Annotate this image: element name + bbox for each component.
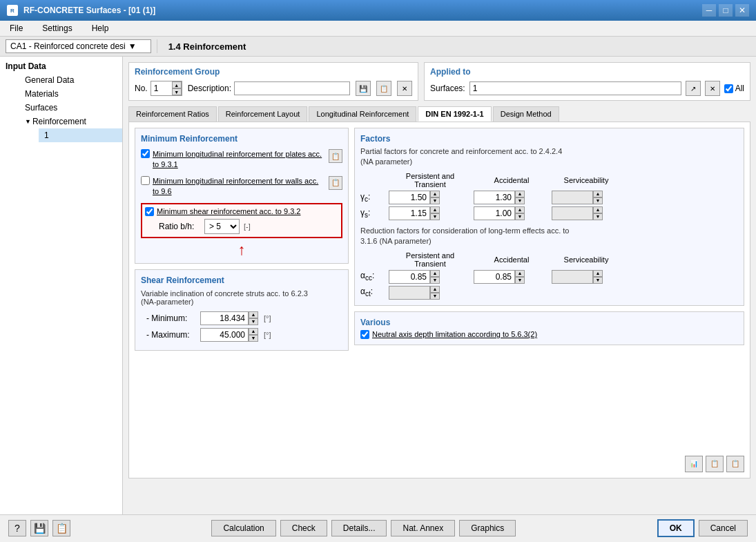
ok-button[interactable]: OK: [657, 519, 695, 537]
alpha-cc-persistent-input[interactable]: [389, 270, 430, 284]
gamma-c-s-down[interactable]: ▼: [593, 197, 603, 204]
shear-reinforcement-section: Shear Reinforcement Variable inclination…: [135, 269, 349, 351]
min-long-plates-info[interactable]: 📋: [329, 149, 342, 163]
maximum-up[interactable]: ▲: [249, 328, 258, 335]
alpha-cc-sls-input[interactable]: [552, 270, 593, 284]
export-icon-btn[interactable]: 📋: [52, 520, 70, 536]
help-icon-btn[interactable]: ?: [8, 520, 26, 536]
min-reinf-title: Minimum Reinforcement: [141, 134, 342, 144]
tab-din-en[interactable]: DIN EN 1992-1-1: [418, 106, 491, 122]
gamma-s-p-up[interactable]: ▲: [430, 206, 440, 213]
gamma-s-sls-input[interactable]: [552, 206, 593, 220]
alpha-cc-p-down[interactable]: ▼: [430, 277, 440, 284]
calculation-button[interactable]: Calculation: [211, 520, 275, 536]
min-long-plates-checkbox[interactable]: [141, 149, 150, 158]
bottom-icon-1[interactable]: 📊: [685, 456, 703, 472]
title-bar: R RF-CONCRETE Surfaces - [01 (1)] ─ □ ✕: [0, 0, 756, 21]
neutral-axis-checkbox[interactable]: [360, 330, 369, 339]
gamma-s-persistent-input[interactable]: [389, 206, 430, 220]
gamma-c-a-up[interactable]: ▲: [515, 191, 525, 197]
maximum-spinbox: ▲ ▼: [200, 328, 258, 342]
min-shear-label: Minimum shear reinforcement acc. to 9.3.…: [157, 207, 300, 215]
alpha-ct-p-down[interactable]: ▼: [430, 293, 440, 300]
save-btn[interactable]: 💾: [356, 81, 371, 96]
graphics-button[interactable]: Graphics: [459, 520, 516, 536]
menu-file[interactable]: File: [6, 22, 27, 35]
gamma-s-accidental-input[interactable]: [474, 206, 515, 220]
alpha-ct-p-up[interactable]: ▲: [430, 286, 440, 293]
case-dropdown[interactable]: CA1 - Reinforced concrete desi ▼: [6, 39, 151, 53]
gamma-c-s-up[interactable]: ▲: [593, 191, 603, 197]
copy-btn[interactable]: 📋: [376, 81, 391, 96]
alpha-cc-a-up[interactable]: ▲: [515, 270, 525, 277]
panel-title: 1.4 Reinforcement: [168, 41, 246, 52]
save-icon-btn[interactable]: 💾: [30, 520, 48, 536]
gamma-c-p-up[interactable]: ▲: [430, 191, 440, 197]
menu-help[interactable]: Help: [88, 22, 113, 35]
cancel-button[interactable]: Cancel: [699, 520, 748, 536]
no-down[interactable]: ▼: [172, 88, 182, 95]
maximum-unit: [°]: [264, 331, 271, 339]
minimum-down[interactable]: ▼: [249, 318, 258, 325]
expand-icon: ▼: [25, 118, 31, 125]
gamma-s-p-down[interactable]: ▼: [430, 213, 440, 220]
close-button[interactable]: ✕: [735, 4, 749, 17]
check-button[interactable]: Check: [280, 520, 327, 536]
alpha-cc-a-down[interactable]: ▼: [515, 277, 525, 284]
gamma-c-persistent-input[interactable]: [389, 191, 430, 204]
gamma-c-accidental-input[interactable]: [474, 191, 515, 204]
app-icon: R: [7, 5, 18, 16]
ratio-select[interactable]: > 5 <= 5: [204, 219, 240, 234]
gamma-s-s-down[interactable]: ▼: [593, 213, 603, 220]
alpha-cc-label: αcc:: [360, 271, 387, 282]
tab-longitudinal-reinforcement[interactable]: Longitudinal Reinforcement: [309, 106, 416, 122]
minimum-up[interactable]: ▲: [249, 311, 258, 318]
surfaces-label: Surfaces:: [430, 84, 465, 93]
gamma-s-s-up[interactable]: ▲: [593, 206, 603, 213]
min-long-walls-checkbox[interactable]: [141, 176, 150, 185]
bottom-icon-3[interactable]: 📋: [726, 456, 744, 472]
surfaces-input[interactable]: [469, 81, 681, 95]
alpha-cc-p-up[interactable]: ▲: [430, 270, 440, 277]
tab-design-method[interactable]: Design Method: [493, 106, 559, 122]
minimize-button[interactable]: ─: [702, 4, 716, 17]
details-button[interactable]: Details...: [331, 520, 387, 536]
min-shear-checkbox[interactable]: [145, 207, 154, 216]
all-checkbox[interactable]: [724, 84, 733, 93]
maximum-down[interactable]: ▼: [249, 335, 258, 342]
alpha-ct-persistent-input[interactable]: [389, 286, 430, 300]
maximize-button[interactable]: □: [719, 4, 733, 17]
sidebar-materials[interactable]: Materials: [11, 87, 122, 101]
no-up[interactable]: ▲: [172, 81, 182, 88]
sidebar-reinforcement[interactable]: Reinforcement: [32, 115, 92, 128]
gamma-c-p-down[interactable]: ▼: [430, 197, 440, 204]
gamma-c-sls-input[interactable]: [552, 191, 593, 204]
delete-btn[interactable]: ✕: [397, 81, 412, 96]
bottom-icon-2[interactable]: 📋: [706, 456, 724, 472]
sidebar-reinf-1[interactable]: 1: [39, 128, 122, 142]
sidebar-input-data[interactable]: Input Data: [0, 59, 122, 73]
minimum-input[interactable]: [200, 311, 249, 325]
tab-reinforcement-layout[interactable]: Reinforcement Layout: [218, 106, 308, 122]
tab-reinforcement-ratios[interactable]: Reinforcement Ratios: [128, 106, 217, 122]
alpha-cc-s-up[interactable]: ▲: [593, 270, 603, 277]
nat-annex-button[interactable]: Nat. Annex: [391, 520, 455, 536]
gamma-s-a-down[interactable]: ▼: [515, 213, 525, 220]
sidebar-general-data[interactable]: General Data: [11, 73, 122, 87]
min-long-walls-info[interactable]: 📋: [329, 176, 342, 190]
menu-settings[interactable]: Settings: [38, 22, 76, 35]
description-input[interactable]: [234, 81, 350, 95]
surfaces-clear-btn[interactable]: ✕: [705, 81, 720, 96]
min-long-walls-label: Minimum longitudinal reinforcement for w…: [153, 176, 326, 197]
alpha-cc-s-down[interactable]: ▼: [593, 277, 603, 284]
sidebar-surfaces[interactable]: Surfaces: [11, 101, 122, 115]
maximum-input[interactable]: [200, 328, 249, 342]
gamma-s-a-up[interactable]: ▲: [515, 206, 525, 213]
alpha-cc-accidental: ▲ ▼: [474, 270, 550, 284]
maximum-label: - Maximum:: [146, 330, 195, 340]
no-input[interactable]: [151, 82, 172, 95]
surfaces-pick-btn[interactable]: ↗: [686, 81, 701, 96]
gamma-c-a-down[interactable]: ▼: [515, 197, 525, 204]
partial-factors-title: Partial factors for concrete and reinfor…: [360, 146, 738, 168]
alpha-cc-accidental-input[interactable]: [474, 270, 515, 284]
